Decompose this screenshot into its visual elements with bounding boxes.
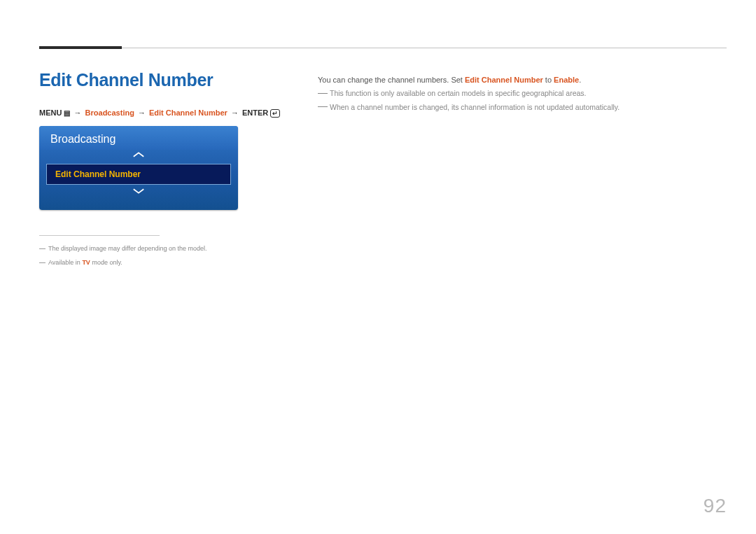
- breadcrumb-seg-edit-channel-number: Edit Channel Number: [149, 108, 227, 117]
- breadcrumb-menu-label: MENU: [39, 108, 62, 117]
- page-number: 92: [704, 495, 727, 517]
- body-note2-text: When a channel number is changed, its ch…: [330, 103, 620, 111]
- menu-widget: Broadcasting Edit Channel Number: [39, 126, 238, 210]
- footnote-tv-label: TV: [82, 259, 90, 266]
- body-note2: When a channel number is changed, its ch…: [318, 101, 727, 114]
- footnote-text-post: mode only.: [90, 259, 122, 266]
- page-top-rule-accent: [39, 46, 122, 49]
- dash-icon: ―: [39, 259, 46, 266]
- footnote-text-pre: Available in: [48, 259, 82, 266]
- footnote-rule: [39, 235, 160, 236]
- body-line1: You can change the channel numbers. Set …: [318, 73, 727, 87]
- menu-widget-header: Broadcasting: [39, 126, 238, 150]
- arrow-icon: →: [74, 108, 82, 117]
- arrow-icon: →: [138, 108, 146, 117]
- body-line1-mid: to: [543, 76, 554, 84]
- menu-widget-selected-item[interactable]: Edit Channel Number: [46, 164, 231, 185]
- scroll-up-button[interactable]: [39, 150, 238, 162]
- page-title: Edit Channel Number: [39, 70, 214, 90]
- footnote-model-disclaimer: ―The displayed image may differ dependin…: [39, 244, 206, 253]
- chevron-up-icon: [132, 151, 145, 158]
- body-text: You can change the channel numbers. Set …: [318, 73, 727, 114]
- footnote-tv-mode: ―Available in TV mode only.: [39, 258, 122, 267]
- body-line1-bold1: Edit Channel Number: [465, 76, 543, 84]
- breadcrumb-enter-label: ENTER: [242, 108, 268, 117]
- page-top-rule: [39, 48, 727, 48]
- breadcrumb: MENU ▤ → Broadcasting → Edit Channel Num…: [39, 108, 280, 118]
- arrow-icon: →: [231, 108, 239, 117]
- breadcrumb-seg-broadcasting: Broadcasting: [85, 108, 134, 117]
- menu-icon: ▤: [64, 109, 70, 117]
- body-note1-text: This function is only available on certa…: [330, 89, 587, 97]
- footnote-text: The displayed image may differ depending…: [48, 245, 206, 252]
- body-line1-pre: You can change the channel numbers. Set: [318, 76, 465, 84]
- body-line1-post: .: [579, 76, 581, 84]
- dash-icon: [318, 106, 328, 107]
- body-note1: This function is only available on certa…: [318, 87, 727, 100]
- dash-icon: ―: [39, 245, 46, 252]
- scroll-down-button[interactable]: [39, 186, 238, 199]
- chevron-down-icon: [132, 188, 145, 195]
- body-line1-bold2: Enable: [554, 76, 579, 84]
- enter-icon: ↵: [270, 109, 280, 118]
- dash-icon: [318, 93, 328, 94]
